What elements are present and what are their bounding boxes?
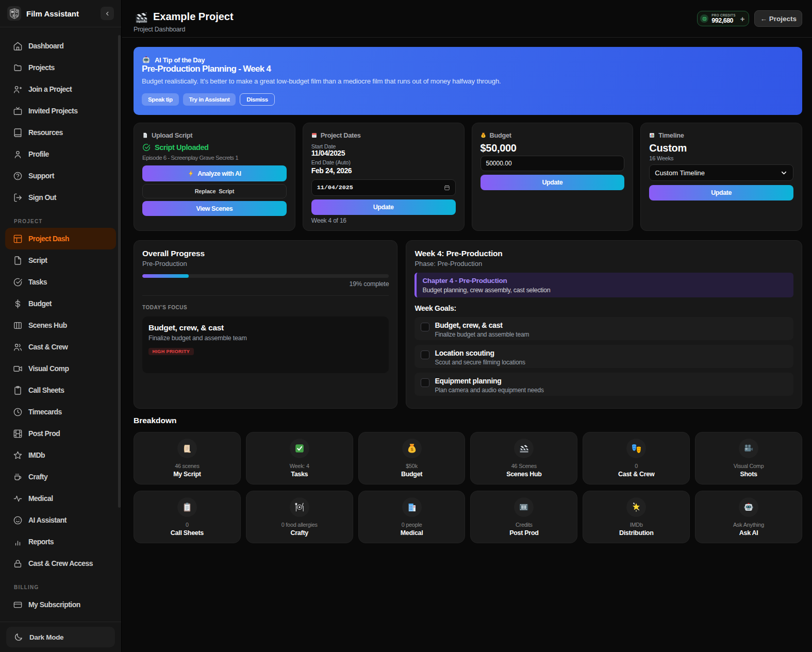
svg-text:$: $ — [410, 447, 413, 452]
svg-text:$: $ — [483, 134, 484, 137]
